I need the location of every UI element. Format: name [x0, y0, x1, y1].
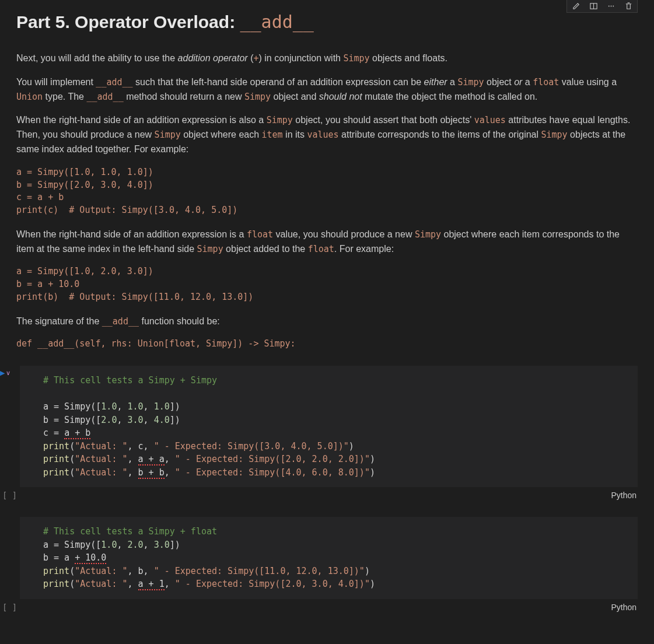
- svg-point-3: [610, 5, 611, 6]
- example-code-1: a = Simpy([1.0, 1.0, 1.0]) b = Simpy([2.…: [16, 166, 638, 217]
- cell-move-controls: ▶∨: [0, 367, 11, 379]
- example-code-2: a = Simpy([1.0, 2.0, 3.0]) b = a + 10.0 …: [16, 265, 638, 303]
- signature-code: def __add__(self, rhs: Union[float, Simp…: [16, 338, 638, 351]
- paragraph-2: You will implement __add__ such that the…: [16, 75, 638, 104]
- edit-button[interactable]: [567, 0, 585, 12]
- paragraph-4: When the right-hand side of an addition …: [16, 228, 638, 257]
- heading-text: Part 5. Operator Overload:: [16, 12, 240, 32]
- move-down-icon[interactable]: ∨: [6, 369, 11, 376]
- cell-toolbar: [566, 0, 638, 13]
- paragraph-1: Next, you will add the ability to use th…: [16, 51, 638, 66]
- code-cell-1[interactable]: ▶∨ # This cell tests a Simpy + Simpy a =…: [16, 366, 638, 502]
- language-label[interactable]: Python: [611, 489, 636, 502]
- language-label[interactable]: Python: [611, 601, 636, 614]
- cell-footer: [ ] Python: [16, 601, 638, 614]
- execution-count: [ ]: [2, 601, 17, 614]
- move-up-icon[interactable]: ▶: [0, 369, 5, 376]
- code-cell-2[interactable]: # This cell tests a Simpy + float a = Si…: [16, 517, 638, 614]
- execution-count: [ ]: [2, 489, 17, 502]
- svg-point-4: [613, 5, 614, 6]
- cell-footer: [ ] Python: [16, 489, 638, 502]
- heading-code: __add__: [240, 12, 313, 32]
- more-button[interactable]: [602, 0, 620, 12]
- markdown-content: Part 5. Operator Overload: __add__ Next,…: [0, 0, 654, 614]
- delete-button[interactable]: [620, 0, 637, 12]
- code-cell-editor[interactable]: # This cell tests a Simpy + Simpy a = Si…: [20, 366, 638, 487]
- section-heading: Part 5. Operator Overload: __add__: [16, 9, 638, 35]
- svg-point-2: [608, 5, 609, 6]
- paragraph-3: When the right-hand side of an addition …: [16, 113, 638, 156]
- split-button[interactable]: [585, 0, 602, 12]
- paragraph-5: The signature of the __add__ function sh…: [16, 314, 638, 329]
- code-cell-editor[interactable]: # This cell tests a Simpy + float a = Si…: [20, 517, 638, 599]
